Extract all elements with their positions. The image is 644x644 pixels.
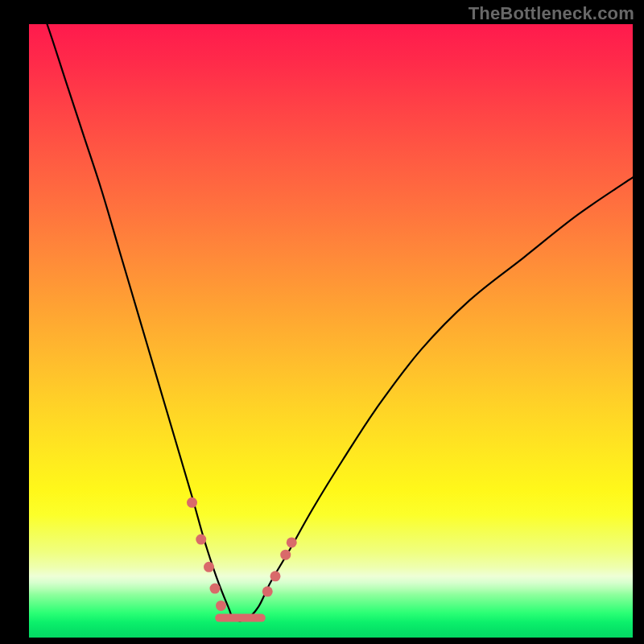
highlight-dot <box>280 550 291 560</box>
highlight-dot <box>187 497 197 508</box>
highlight-dot <box>196 535 206 545</box>
plot-area <box>29 24 633 638</box>
highlight-dot <box>262 586 273 597</box>
highlight-dot <box>210 584 221 594</box>
highlight-dot <box>287 537 297 547</box>
highlight-dots <box>187 497 297 611</box>
watermark-text: TheBottleneck.com <box>469 3 634 24</box>
highlight-dot <box>216 601 226 611</box>
highlight-dot <box>270 571 281 581</box>
chart-stage: TheBottleneck.com <box>0 0 644 644</box>
bottleneck-curve <box>29 24 633 621</box>
highlight-dot <box>204 562 214 572</box>
curve-svg <box>29 24 633 638</box>
